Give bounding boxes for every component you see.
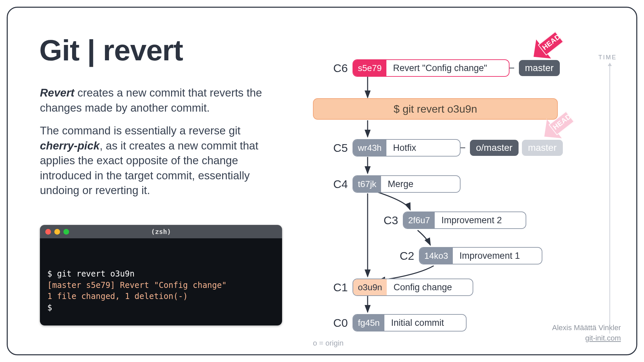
commit-msg-c4: Merge (381, 179, 420, 189)
commit-row-c0: C0 fg45n Initial commit (326, 313, 467, 332)
intro-strong1: Revert (40, 86, 74, 99)
term-line-4: $ (47, 302, 275, 314)
commit-pill-c2: 14ko3 Improvement 1 (419, 247, 542, 264)
commit-label-c4: C4 (326, 178, 348, 191)
commit-row-c4: C4 t67jk Merge (326, 175, 461, 193)
revert-command-bar: $ git revert o3u9n (313, 98, 558, 120)
commit-row-c3: C3 2f6u7 Improvement 2 (377, 211, 526, 230)
intro-text: Revert creates a new commit that reverts… (40, 85, 275, 206)
intro-strong2: cherry-pick (40, 139, 100, 152)
terminal-body: $ git revert o3u9n [master s5e79] Revert… (40, 238, 282, 325)
commit-hash-c3: 2f6u7 (404, 212, 435, 228)
connector-icon (509, 68, 514, 69)
commit-msg-c6: Revert "Config change" (386, 63, 494, 73)
terminal-window: (zsh) $ git revert o3u9n [master s5e79] … (40, 225, 282, 325)
commit-label-c6: C6 (326, 62, 348, 75)
commit-msg-c1: Config change (387, 282, 459, 293)
commit-pill-c4: t67jk Merge (353, 175, 461, 193)
commit-label-c0: C0 (326, 316, 348, 329)
commit-row-c6: C6 s5e79 Revert "Config change" master (326, 59, 560, 77)
intro-p2a: The command is essentially a reverse git (40, 124, 240, 137)
credit-url: git-init.com (552, 333, 621, 344)
commit-label-c3: C3 (377, 214, 398, 227)
commit-hash-c0: fg45n (353, 315, 384, 331)
commit-msg-c3: Improvement 2 (435, 215, 508, 226)
commit-msg-c2: Improvement 1 (453, 251, 527, 261)
intro-p2: The command is essentially a reverse git… (40, 123, 275, 198)
tag-o-master: o/master (470, 140, 519, 156)
time-axis-arrow-icon (609, 65, 610, 334)
commit-msg-c5: Hotfix (386, 143, 423, 153)
credit: Alexis Määttä Vinkler git-init.com (552, 323, 621, 344)
legend-origin: o = origin (313, 339, 343, 348)
intro-p1: Revert creates a new commit that reverts… (40, 85, 275, 115)
page-title: Git | revert (39, 33, 183, 67)
commit-pill-c5: wr43h Hotfix (353, 139, 461, 157)
term-line-1: $ git revert o3u9n (47, 268, 275, 280)
terminal-titlebar: (zsh) (40, 225, 282, 238)
term-line-2: [master s5e79] Revert "Config change" (47, 280, 275, 291)
commit-label-c2: C2 (393, 249, 414, 262)
credit-name: Alexis Määttä Vinkler (552, 323, 621, 333)
commit-diagram: TIME C6 s5e79 Revert "Config change" mas… (306, 44, 615, 355)
connector-icon (461, 147, 465, 148)
terminal-title: (zsh) (40, 228, 282, 236)
commit-pill-c3: 2f6u7 Improvement 2 (403, 212, 526, 229)
commit-pill-c1: o3u9n Config change (353, 279, 473, 296)
commit-row-c2: C2 14ko3 Improvement 1 (393, 246, 542, 265)
commit-hash-c6: s5e79 (353, 60, 386, 76)
commit-pill-c0: fg45n Initial commit (353, 314, 467, 331)
commit-row-c5: C5 wr43h Hotfix o/master master (326, 138, 563, 157)
time-label: TIME (598, 54, 617, 61)
slide-frame: Git | revert Revert creates a new commit… (7, 7, 637, 355)
commit-hash-c2: 14ko3 (420, 248, 453, 264)
commit-label-c5: C5 (326, 141, 348, 155)
commit-hash-c5: wr43h (353, 140, 386, 156)
term-line-3: 1 file changed, 1 deletion(-) (47, 291, 275, 302)
revert-command-text: $ git revert o3u9n (393, 103, 477, 115)
commit-hash-c1: o3u9n (353, 279, 387, 295)
diagram-arrows (306, 44, 615, 355)
commit-msg-c0: Initial commit (384, 318, 451, 328)
commit-label-c1: C1 (326, 281, 348, 294)
commit-pill-c6: s5e79 Revert "Config change" (353, 59, 509, 77)
commit-hash-c4: t67jk (353, 176, 381, 192)
commit-row-c1: C1 o3u9n Config change (326, 278, 473, 297)
